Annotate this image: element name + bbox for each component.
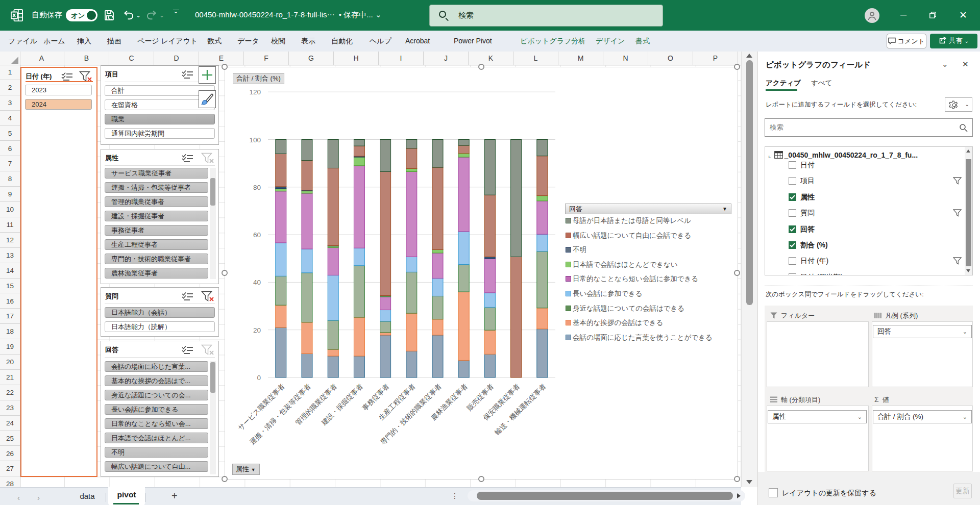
svg-text:40: 40 xyxy=(253,279,261,286)
svg-text:120: 120 xyxy=(249,88,261,96)
svg-text:0: 0 xyxy=(257,374,261,382)
svg-text:100: 100 xyxy=(249,136,261,144)
svg-text:60: 60 xyxy=(253,231,261,239)
svg-text:80: 80 xyxy=(253,184,261,191)
svg-text:サービス職業従事者: サービス職業従事者 xyxy=(236,382,286,432)
svg-text:輸送・機械運転従事者: 輸送・機械運転従事者 xyxy=(493,382,547,436)
svg-text:20: 20 xyxy=(253,326,261,334)
